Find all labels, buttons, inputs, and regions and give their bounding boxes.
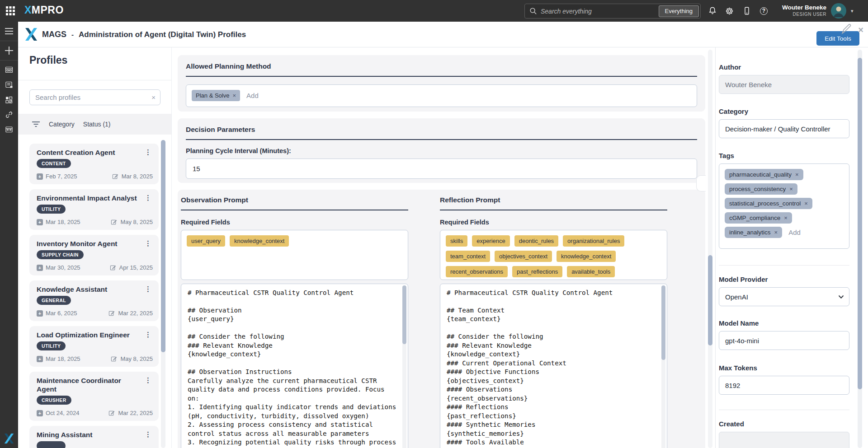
scrollbar-thumb[interactable] bbox=[661, 285, 665, 360]
search-icon bbox=[529, 7, 537, 15]
remove-tag-icon[interactable]: × bbox=[784, 215, 788, 221]
profile-card[interactable]: Mining Assistant⋮ bbox=[29, 426, 159, 448]
profile-card[interactable]: Maintenance Coordinator Agent⋮CRUSHER+Oc… bbox=[29, 372, 159, 421]
window-icon[interactable] bbox=[4, 65, 14, 75]
add-icon[interactable] bbox=[4, 45, 14, 56]
tags-input[interactable]: pharmaceutical_quality×process_consisten… bbox=[719, 163, 849, 249]
profiles-filter-bar: Category Status (1) bbox=[18, 114, 171, 135]
profile-card[interactable]: Environmental Impact Analyst⋮UTILITY+Mar… bbox=[29, 189, 159, 230]
model-provider-select[interactable]: OpenAI bbox=[719, 287, 849, 306]
profile-name: Content Creation Agent bbox=[37, 148, 115, 157]
properties-scrollbar[interactable] bbox=[858, 50, 862, 448]
reflection-prompt-editor[interactable]: # Pharmaceutical CSTR Quality Control Ag… bbox=[447, 289, 656, 447]
modified-icon bbox=[112, 173, 119, 180]
user-menu[interactable]: Wouter Beneke DESIGN USER bbox=[760, 4, 826, 17]
observation-prompt-scrollbar[interactable] bbox=[402, 285, 406, 448]
profile-category-badge: SUPPLY CHAIN bbox=[37, 250, 84, 259]
required-field-chip: recent_observations bbox=[446, 266, 508, 277]
main-scrollbar-thumb[interactable] bbox=[708, 255, 712, 345]
search-scope-button[interactable]: Everything bbox=[659, 5, 699, 17]
remove-tag-icon[interactable]: × bbox=[795, 171, 799, 178]
profile-card[interactable]: Content Creation Agent⋮CONTENT+Feb 7, 20… bbox=[29, 144, 159, 184]
profile-card[interactable]: Load Optimization Engineer⋮UTILITY+Mar 1… bbox=[29, 326, 159, 367]
close-icon[interactable]: × bbox=[858, 25, 863, 35]
profiles-scrollbar[interactable] bbox=[161, 140, 165, 448]
xmpro-logo: XMPRO bbox=[24, 4, 64, 16]
profile-menu-icon[interactable]: ⋮ bbox=[143, 239, 153, 247]
mags-logo bbox=[25, 28, 37, 41]
decision-parameters-section: Decision Parameters Planning Cycle Inter… bbox=[178, 118, 705, 183]
required-field-chip: team_context bbox=[446, 251, 490, 262]
interval-input[interactable] bbox=[186, 159, 697, 179]
modified-date: Apr 15, 2025 bbox=[110, 264, 153, 271]
filter-status[interactable]: Status (1) bbox=[83, 121, 111, 128]
form-icon[interactable] bbox=[4, 79, 14, 90]
chevron-down-icon bbox=[838, 295, 844, 299]
filter-icon[interactable] bbox=[32, 121, 40, 127]
remove-tag-icon[interactable]: × bbox=[804, 200, 808, 207]
profile-menu-icon[interactable]: ⋮ bbox=[143, 430, 153, 438]
created-date: +Mar 30, 2025 bbox=[37, 264, 80, 271]
profile-menu-icon[interactable]: ⋮ bbox=[143, 194, 153, 201]
reflection-prompt-scrollbar[interactable] bbox=[661, 285, 665, 448]
max-tokens-input[interactable] bbox=[719, 376, 849, 395]
required-field-chip: experience bbox=[472, 235, 510, 247]
planning-add-placeholder[interactable]: Add bbox=[246, 92, 259, 99]
mobile-device-icon[interactable] bbox=[742, 6, 751, 16]
modified-date: May 8, 2025 bbox=[111, 355, 153, 362]
settings-gear-icon[interactable] bbox=[725, 6, 734, 16]
xmpro-x-logo bbox=[4, 434, 14, 443]
profile-card[interactable]: Inventory Monitor Agent⋮SUPPLY CHAIN+Mar… bbox=[29, 235, 159, 275]
edit-tools-button[interactable]: Edit Tools bbox=[816, 31, 859, 46]
profile-dates: +Mar 6, 2025Mar 22, 2025 bbox=[37, 310, 153, 317]
tag-chip: inline_analytics× bbox=[725, 227, 782, 238]
panel-collapse-handle[interactable] bbox=[696, 175, 706, 191]
category-input[interactable] bbox=[719, 119, 849, 138]
page-title-text: Administration of Agent (Digital Twin) P… bbox=[79, 30, 246, 39]
modified-date-text: May 8, 2025 bbox=[120, 355, 153, 362]
planning-method-input[interactable]: Plan & Solve× Add bbox=[186, 84, 697, 107]
required-field-chip: organizational_rules bbox=[563, 235, 624, 247]
calculator-icon[interactable] bbox=[4, 124, 14, 135]
tag-row: process_consistency× bbox=[725, 183, 844, 195]
remove-tag-icon[interactable]: × bbox=[774, 229, 778, 236]
profiles-scrollbar-thumb[interactable] bbox=[161, 140, 165, 352]
global-search-input[interactable] bbox=[541, 8, 659, 15]
created-icon: + bbox=[37, 219, 43, 225]
created-icon: + bbox=[37, 310, 43, 317]
profile-menu-icon[interactable]: ⋮ bbox=[143, 376, 153, 384]
profile-menu-icon[interactable]: ⋮ bbox=[143, 285, 153, 293]
profiles-search-input[interactable] bbox=[35, 93, 151, 101]
xmpro-logo-x: X bbox=[24, 4, 32, 16]
observation-prompt-editor[interactable]: # Pharmaceutical CSTR Quality Control Ag… bbox=[188, 289, 397, 447]
avatar[interactable] bbox=[831, 3, 846, 19]
modified-date-text: May 8, 2025 bbox=[120, 219, 153, 225]
user-name: Wouter Beneke bbox=[760, 4, 826, 11]
menu-hamburger-icon[interactable] bbox=[4, 26, 14, 37]
profile-menu-icon[interactable]: ⋮ bbox=[143, 331, 153, 338]
user-caret-icon[interactable]: ▾ bbox=[851, 8, 854, 14]
profile-name: Knowledge Assistant bbox=[37, 285, 107, 294]
link-icon[interactable] bbox=[4, 109, 14, 120]
notifications-bell-icon[interactable] bbox=[708, 6, 717, 16]
app-grid-icon[interactable] bbox=[5, 5, 16, 17]
tags-add-input[interactable]: Add bbox=[788, 229, 801, 236]
remove-tag-icon[interactable]: × bbox=[789, 186, 793, 192]
divider bbox=[719, 265, 849, 266]
filter-category[interactable]: Category bbox=[49, 121, 75, 128]
model-name-input[interactable] bbox=[719, 331, 849, 350]
profile-menu-icon[interactable]: ⋮ bbox=[143, 148, 153, 156]
model-name-label: Model Name bbox=[719, 319, 868, 327]
profiles-panel: Profiles × Category Status (1) Content C… bbox=[18, 47, 172, 448]
scrollbar-thumb[interactable] bbox=[402, 285, 406, 344]
properties-scrollbar-thumb[interactable] bbox=[858, 58, 862, 389]
edit-pencil-icon[interactable] bbox=[841, 24, 852, 35]
layout-blocks-icon[interactable] bbox=[4, 94, 14, 105]
clear-search-icon[interactable]: × bbox=[151, 93, 156, 101]
author-label: Author bbox=[719, 63, 868, 71]
profile-card[interactable]: Knowledge Assistant⋮GENERAL+Mar 6, 2025M… bbox=[29, 280, 159, 321]
top-bar: XMPRO Everything ? bbox=[0, 0, 868, 22]
main-scrollbar[interactable] bbox=[708, 50, 712, 448]
modified-icon bbox=[108, 310, 115, 317]
remove-chip-icon[interactable]: × bbox=[232, 92, 236, 99]
